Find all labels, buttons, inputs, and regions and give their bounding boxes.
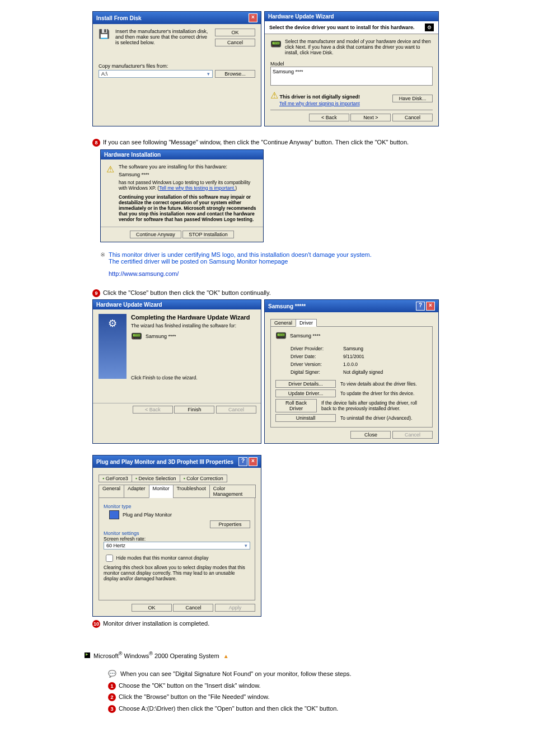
close-icon[interactable]: ×: [249, 13, 257, 22]
titlebar: Hardware Update Wizard: [265, 12, 438, 21]
hide-modes-desc: Clearing this check box allows you to se…: [104, 565, 250, 581]
browse-button[interactable]: Browse...: [215, 70, 255, 78]
finish-button[interactable]: Finish: [174, 406, 214, 414]
complete-wizard-dialog: Hardware Update Wizard ⚙ Completing the …: [92, 299, 261, 444]
up-triangle-icon: [221, 652, 229, 659]
cancel-button[interactable]: Cancel: [215, 39, 255, 46]
hw-wizard-select-dialog: Hardware Update Wizard Select the device…: [264, 11, 439, 126]
tell-me-link[interactable]: Tell me why driver signing is important: [279, 101, 360, 106]
cancel-button[interactable]: Cancel: [392, 114, 433, 121]
tab-color-correction[interactable]: ▪ Color Correction: [180, 475, 227, 482]
complete-row: Hardware Update Wizard ⚙ Completing the …: [92, 299, 442, 444]
stop-installation-button[interactable]: STOP Installation: [182, 231, 234, 238]
group-monitor-type: Monitor type: [104, 504, 250, 509]
tab-adapter[interactable]: Adapter: [124, 485, 149, 498]
certification-note: ※ This monitor driver is under certifyin…: [100, 251, 442, 277]
step-number-1: 1: [108, 682, 116, 690]
note-line1: This monitor driver is under certifying …: [109, 251, 372, 258]
monitor-icon: [109, 510, 119, 519]
properties-button[interactable]: Properties: [210, 520, 250, 528]
heading: Select the device driver you want to ins…: [269, 25, 415, 30]
tab-device-selection[interactable]: ▪ Device Selection: [132, 475, 180, 482]
step-number-9: 9: [92, 289, 100, 297]
instruction: Click Finish to close the wizard.: [131, 375, 250, 381]
title: Samsung *****: [268, 303, 306, 309]
heading: Completing the Hardware Update Wizard: [131, 314, 250, 321]
back-button[interactable]: < Back: [309, 114, 349, 121]
wizard-banner: ⚙: [99, 314, 127, 379]
tab-general[interactable]: General: [99, 485, 124, 498]
step10: 10 Monitor driver installation is comple…: [92, 619, 442, 628]
note-line2: The certified driver will be posted on S…: [109, 258, 372, 265]
device-icon: [270, 39, 282, 52]
step-number-10: 10: [92, 620, 100, 628]
tell-me-link[interactable]: Tell me why this testing is important.: [159, 185, 235, 191]
hw-installation-dialog: Hardware Installation The software you a…: [100, 149, 264, 242]
group-monitor-settings: Monitor settings: [104, 530, 250, 536]
not-signed-text: This driver is not digitally signed!: [280, 94, 360, 100]
device: Samsung ****: [290, 333, 321, 339]
title: Plug and Play Monitor and 3D Prophet III…: [96, 459, 233, 465]
have-disk-button[interactable]: Have Disk...: [392, 95, 433, 102]
tab-general[interactable]: General: [270, 319, 296, 327]
step8: 8 If you can see following "Message" win…: [92, 138, 442, 147]
copy-label: Copy manufacturer's files from:: [99, 63, 255, 69]
continue-anyway-button[interactable]: Continue Anyway: [130, 231, 181, 238]
title: Install From Disk: [96, 15, 142, 21]
step-number-2: 2: [108, 693, 116, 701]
refresh-label: Screen refresh rate:: [104, 536, 250, 542]
note-icon: ※: [100, 251, 105, 277]
warning-icon: [270, 94, 278, 100]
tab-color-management[interactable]: Color Management: [209, 485, 256, 498]
cancel-button: Cancel: [216, 406, 256, 414]
model-list[interactable]: Samsung ****: [270, 67, 433, 86]
update-driver-button[interactable]: Update Driver...: [275, 389, 336, 397]
title: Hardware Installation: [104, 152, 161, 158]
win2000-step2: 2 Click the "Browse" button on the "File…: [108, 692, 442, 702]
titlebar: Plug and Play Monitor and 3D Prophet III…: [93, 456, 261, 468]
tab-geforce[interactable]: ▪ GeForce3: [99, 475, 132, 482]
titlebar: Hardware Installation: [101, 150, 263, 159]
close-button[interactable]: Close: [350, 431, 391, 439]
instruction-text: Insert the manufacturer's installation d…: [115, 29, 210, 46]
driver-details-button[interactable]: Driver Details...: [275, 380, 336, 388]
warning-icon: [106, 164, 114, 177]
titlebar: Hardware Update Wizard: [93, 300, 261, 309]
path-dropdown[interactable]: A:\: [99, 70, 213, 78]
driver-properties-dialog: Samsung ***** ? × General Driver Samsung…: [264, 299, 439, 444]
ok-button[interactable]: OK: [215, 29, 255, 36]
disk-icon: [99, 29, 111, 42]
warning-bold: Continuing your installation of this sof…: [119, 194, 257, 222]
tab-monitor[interactable]: Monitor: [149, 485, 174, 498]
cancel-button[interactable]: Cancel: [173, 604, 213, 612]
device-icon: [131, 331, 142, 341]
top-dialog-row: Install From Disk × Insert the manufactu…: [92, 11, 442, 126]
step9: 9 Click the "Close" button then click th…: [92, 288, 442, 298]
help-icon[interactable]: ?: [238, 457, 247, 466]
rollback-driver-button[interactable]: Roll Back Driver: [275, 399, 317, 412]
next-button[interactable]: Next >: [350, 114, 391, 121]
back-button: < Back: [133, 406, 173, 414]
cancel-button: Cancel: [392, 431, 433, 439]
step-number-3: 3: [108, 705, 116, 713]
win2000-step1: 1 Choose the "OK" button on the "Insert …: [108, 681, 442, 691]
instruction: Select the manufacturer and model of you…: [285, 39, 433, 55]
hide-modes-checkbox[interactable]: [106, 555, 113, 562]
help-icon[interactable]: ?: [416, 302, 425, 311]
close-icon[interactable]: ×: [426, 302, 435, 311]
uninstall-button[interactable]: Uninstall: [275, 414, 336, 422]
device: Samsung ****: [146, 334, 176, 339]
tab-troubleshoot[interactable]: Troubleshoot: [173, 485, 210, 498]
win2000-step3: 3 Choose A:(D:\Driver) then click the "O…: [108, 704, 442, 713]
samsung-link[interactable]: http://www.samsung.com/: [109, 270, 179, 277]
apply-button: Apply: [215, 604, 255, 612]
tab-driver[interactable]: Driver: [296, 319, 317, 327]
title: Hardware Update Wizard: [96, 302, 162, 308]
ok-button[interactable]: OK: [132, 604, 172, 612]
close-icon[interactable]: ×: [249, 457, 257, 466]
line1: The software you are installing for this…: [119, 164, 257, 170]
monitor-name: Plug and Play Monitor: [123, 512, 172, 518]
title: Hardware Update Wizard: [268, 13, 334, 20]
refresh-rate-dropdown[interactable]: 60 Hertz: [104, 542, 250, 550]
hw-icon: ⚙: [425, 24, 434, 31]
